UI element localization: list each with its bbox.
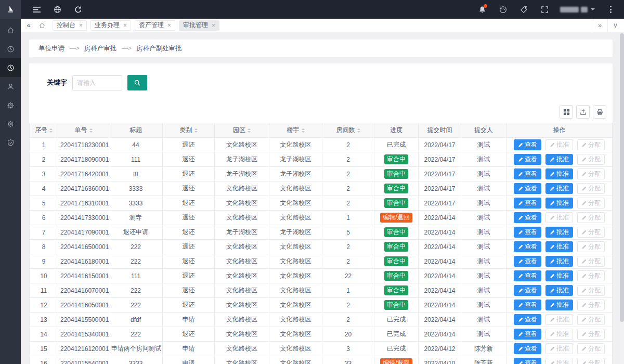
cell-submitter: 陈芳新 bbox=[461, 356, 506, 364]
breadcrumb-item[interactable]: 房科产副处审批 bbox=[136, 44, 182, 53]
view-button[interactable]: 查看 bbox=[514, 241, 541, 252]
column-settings-button[interactable] bbox=[560, 105, 573, 119]
view-button[interactable]: 查看 bbox=[514, 343, 541, 354]
theme-button[interactable] bbox=[492, 0, 513, 19]
approve-button[interactable]: 批准 bbox=[545, 154, 573, 165]
view-button[interactable]: 查看 bbox=[514, 285, 541, 296]
cell-no: 6 bbox=[30, 211, 58, 225]
tab-close-icon[interactable]: × bbox=[167, 22, 171, 29]
approve-button[interactable]: 批准 bbox=[545, 285, 573, 296]
approve-button[interactable]: 批准 bbox=[545, 198, 573, 209]
tab-close-icon[interactable]: × bbox=[212, 22, 215, 29]
status-badge: 编辑/退回 bbox=[380, 358, 412, 364]
menu-fold-button[interactable] bbox=[26, 0, 47, 19]
export-button[interactable] bbox=[576, 105, 590, 119]
table-row: 32204171642000149ttt退还龙子湖校区龙子湖校区2审合中2022… bbox=[30, 167, 613, 181]
approve-button[interactable]: 批准 bbox=[545, 168, 573, 179]
sidebar-item-approval[interactable] bbox=[0, 58, 21, 77]
notifications-button[interactable] bbox=[472, 0, 492, 19]
vertical-scrollbar[interactable] bbox=[619, 32, 624, 364]
assign-button: 分配 bbox=[577, 241, 605, 252]
approve-button[interactable]: 批准 bbox=[545, 256, 573, 267]
tabs-collapse-button[interactable]: « bbox=[22, 19, 35, 32]
sort-icon[interactable] bbox=[302, 128, 305, 133]
column-header-building[interactable]: 楼宇 bbox=[269, 123, 322, 138]
sort-icon[interactable] bbox=[248, 128, 251, 133]
sort-icon[interactable] bbox=[194, 128, 198, 133]
keyword-input[interactable] bbox=[72, 75, 122, 90]
print-button[interactable] bbox=[593, 105, 606, 119]
cell-status: 编辑/退回 bbox=[374, 211, 419, 225]
sidebar-item-settings-1[interactable] bbox=[0, 96, 21, 114]
tab-item[interactable]: 业务办理× bbox=[90, 20, 131, 31]
view-button[interactable]: 查看 bbox=[514, 256, 541, 267]
user-menu[interactable] bbox=[555, 6, 600, 12]
scrollbar-thumb[interactable] bbox=[620, 33, 624, 322]
tab-item[interactable]: 资产管理× bbox=[135, 20, 175, 31]
column-header-campus[interactable]: 园区 bbox=[215, 123, 269, 138]
sidebar-item-home[interactable] bbox=[0, 21, 21, 40]
view-button[interactable]: 查看 bbox=[514, 358, 541, 364]
sort-icon[interactable] bbox=[49, 128, 53, 133]
column-header-category[interactable]: 类别 bbox=[163, 123, 215, 138]
cell-status: 审合中 bbox=[374, 240, 419, 254]
cell-title: 222 bbox=[109, 298, 163, 313]
more-button[interactable] bbox=[600, 0, 621, 19]
search-button[interactable] bbox=[127, 75, 147, 90]
sidebar-item-settings-2[interactable] bbox=[0, 114, 21, 133]
cell-submit-time: 2022/04/14 bbox=[419, 254, 461, 269]
sidebar-item-users[interactable] bbox=[0, 77, 21, 96]
tab-item[interactable]: 控制台× bbox=[53, 20, 87, 31]
cell-rooms: 2 bbox=[322, 298, 374, 313]
approve-button[interactable]: 批准 bbox=[545, 227, 573, 238]
table-row: 102204141615000130111退还文化路校区文化路校区22审合中20… bbox=[30, 269, 613, 283]
refresh-button[interactable] bbox=[68, 0, 88, 19]
column-header-rooms[interactable]: 房间数 bbox=[322, 123, 374, 138]
chevron-double-left-icon: « bbox=[27, 21, 30, 29]
approve-button[interactable]: 批准 bbox=[545, 270, 573, 281]
approve-button[interactable]: 批准 bbox=[545, 183, 573, 194]
column-header-order_no[interactable]: 单号 bbox=[58, 123, 109, 138]
tab-close-icon[interactable]: × bbox=[79, 22, 83, 29]
cell-campus: 文化路校区 bbox=[215, 298, 269, 313]
app-logo[interactable] bbox=[0, 0, 21, 19]
breadcrumb-item[interactable]: 单位申请 bbox=[38, 44, 64, 53]
view-button[interactable]: 查看 bbox=[514, 300, 541, 310]
cell-submit-time: 2022/04/17 bbox=[419, 167, 461, 181]
view-button[interactable]: 查看 bbox=[514, 227, 541, 238]
sort-icon[interactable] bbox=[89, 128, 93, 133]
cell-submitter: 测试 bbox=[461, 167, 506, 181]
clock-icon bbox=[7, 45, 15, 53]
pencil-icon bbox=[581, 303, 587, 308]
tabs-menu-button[interactable]: ∨ bbox=[607, 19, 623, 32]
view-button[interactable]: 查看 bbox=[514, 329, 541, 340]
sidebar-item-security[interactable] bbox=[0, 133, 21, 152]
view-button[interactable]: 查看 bbox=[514, 183, 541, 194]
tab-home-button[interactable] bbox=[35, 19, 49, 32]
cell-category: 退还 bbox=[163, 181, 215, 196]
tag-button[interactable] bbox=[513, 0, 534, 19]
sort-icon[interactable] bbox=[357, 128, 360, 133]
user-name-redacted bbox=[560, 7, 579, 12]
cell-order-no: 2204121612000104 bbox=[58, 342, 109, 356]
tab-item[interactable]: 审批管理× bbox=[179, 20, 219, 31]
view-button[interactable]: 查看 bbox=[514, 270, 541, 281]
gear-icon bbox=[7, 120, 15, 128]
view-button[interactable]: 查看 bbox=[514, 168, 541, 179]
column-header-no[interactable]: 序号 bbox=[30, 123, 58, 138]
approve-button[interactable]: 批准 bbox=[545, 300, 573, 310]
cell-building: 文化路校区 bbox=[269, 298, 322, 313]
sidebar-item-history-1[interactable] bbox=[0, 40, 21, 58]
view-button[interactable]: 查看 bbox=[514, 212, 541, 223]
fullscreen-button[interactable] bbox=[534, 0, 555, 19]
breadcrumb-item[interactable]: 房科产审批 bbox=[84, 44, 117, 53]
language-button[interactable] bbox=[47, 0, 68, 19]
view-button[interactable]: 查看 bbox=[514, 154, 541, 165]
view-button[interactable]: 查看 bbox=[514, 314, 541, 325]
tab-close-icon[interactable]: × bbox=[123, 22, 127, 29]
approve-button[interactable]: 批准 bbox=[545, 241, 573, 252]
view-button[interactable]: 查看 bbox=[514, 139, 541, 150]
tabs-expand-button[interactable]: » bbox=[592, 19, 607, 32]
home-icon bbox=[38, 22, 46, 29]
view-button[interactable]: 查看 bbox=[514, 198, 541, 209]
